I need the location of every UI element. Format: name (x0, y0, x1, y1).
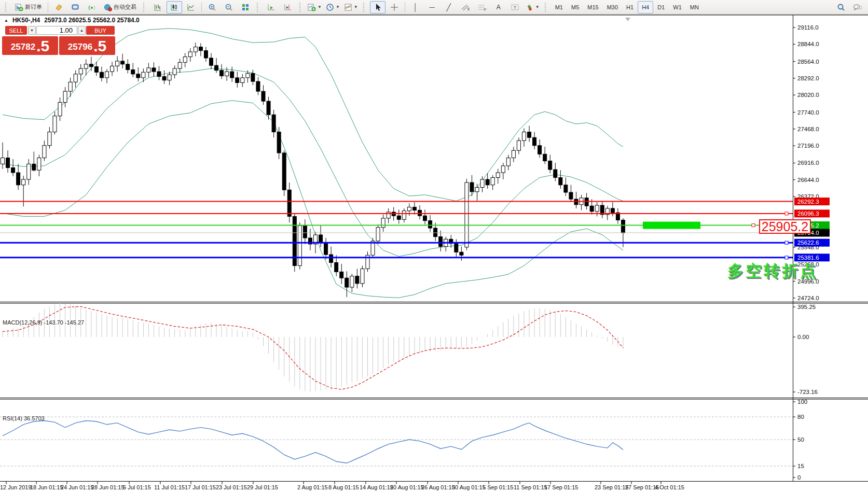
price-axis-tick-label: 28292.0 (797, 75, 819, 81)
timeframe-button-w1[interactable]: W1 (669, 1, 686, 13)
line-endpoint-handle[interactable] (785, 212, 788, 215)
vertical-line-tool-button[interactable]: │ (408, 1, 423, 13)
channel-tool-button[interactable]: E (458, 1, 473, 13)
price-level-tag[interactable]: 25905.2 (759, 219, 811, 234)
line-chart-button[interactable] (183, 1, 199, 13)
price-axis-tick-label: 28564.0 (797, 59, 819, 65)
highlight-bar[interactable] (643, 222, 700, 229)
price-badge-label: 25622.6 (797, 240, 819, 246)
date-axis-label: 20 Aug 01:15 (390, 484, 424, 490)
price-axis-tick-label: 27468.0 (797, 126, 819, 132)
volume-increase-button[interactable]: ▲ (78, 26, 86, 35)
buy-button[interactable]: BUY (86, 26, 115, 35)
indicators-button[interactable]: ▼ (306, 1, 323, 13)
one-click-row: SELL ▼ 1.00 ▲ BUY (1, 26, 116, 35)
price-axis-tick-label: 24724.0 (797, 295, 819, 301)
zoom-in-button[interactable] (204, 1, 220, 13)
timeframe-button-m1[interactable]: M1 (551, 1, 567, 13)
price-axis-tick-label: 26644.0 (797, 177, 819, 183)
toolbar-drag-handle[interactable] (5, 3, 9, 12)
chart-shift-button[interactable] (280, 1, 296, 13)
timeframe-button-h4[interactable]: H4 (638, 1, 653, 13)
tile-windows-icon (241, 3, 250, 11)
chart-symbol-period: HK50-,H4 (12, 17, 40, 24)
sell-button[interactable]: SELL (5, 26, 27, 35)
date-axis-label: 11 Sep 01:15 (514, 484, 547, 490)
date-axis-label: 23 Jul 01:15 (216, 484, 247, 490)
metaeditor-button[interactable] (67, 1, 83, 13)
price-badge-label: 26096.3 (797, 210, 819, 217)
volume-input[interactable]: 1.00 (36, 26, 77, 35)
auto-scroll-icon (267, 3, 275, 11)
sell-price-button[interactable]: 25782 .5 (2, 36, 58, 55)
toolbar-drag-handle[interactable] (363, 3, 367, 12)
sell-price-pip: .5 (36, 38, 49, 54)
timeframe-button-h1[interactable]: H1 (622, 1, 638, 13)
toolbar-drag-handle[interactable] (299, 3, 304, 12)
turning-point-annotation[interactable]: 多空转折点 (727, 260, 818, 282)
fibonacci-tool-button[interactable]: F (474, 1, 490, 13)
horizontal-line-icon: ─ (430, 4, 435, 11)
bar-chart-button[interactable] (150, 1, 166, 13)
timeframe-button-m5[interactable]: M5 (567, 1, 583, 13)
volume-decrease-button[interactable]: ▼ (28, 26, 36, 35)
line-chart-icon (187, 3, 195, 11)
timeframe-button-mn[interactable]: MN (686, 1, 703, 13)
date-axis-label: 5 Jul 01:15 (123, 484, 151, 490)
timeframe-button-d1[interactable]: D1 (653, 1, 669, 13)
timeframe-button-m15[interactable]: M15 (583, 1, 602, 13)
auto-scroll-button[interactable] (264, 1, 279, 13)
search-button[interactable] (833, 1, 849, 13)
eraser-icon (54, 3, 63, 11)
macd-axis-tick-label: -723.16 (797, 389, 818, 395)
rsi-axis-tick-label: 80 (797, 414, 804, 420)
toolbar-drag-handle[interactable] (257, 3, 261, 12)
buy-price-button[interactable]: 25796 .5 (59, 36, 115, 55)
sell-price-main: 25782 (11, 40, 35, 54)
price-tag-anchor[interactable] (752, 224, 755, 227)
autotrading-label: 自动交易 (114, 3, 136, 11)
price-axis-tick-label: 29116.0 (797, 24, 819, 31)
autotrading-button[interactable]: 自动交易 (101, 1, 140, 13)
trendline-tool-button[interactable]: ╱ (441, 1, 457, 13)
candlestick-chart-button[interactable] (167, 1, 182, 13)
toolbar-drag-handle[interactable] (143, 3, 147, 12)
candlestick-chart-icon (170, 3, 178, 11)
collapse-triangle-icon[interactable]: ▲ (4, 18, 8, 23)
templates-icon (344, 3, 352, 11)
chart-background (0, 15, 868, 493)
toolbar-separator (201, 2, 202, 12)
macd-axis-tick-label: 395.25 (797, 304, 816, 310)
chart-canvas[interactable]: MACD(12,26,9) -143.70 -145.27395.250.00-… (0, 15, 868, 493)
line-endpoint-handle[interactable] (785, 241, 788, 244)
signal-button[interactable] (84, 1, 100, 13)
cursor-tool-button[interactable] (370, 1, 385, 13)
macd-label: MACD(12,26,9) -143.70 -145.27 (3, 319, 84, 326)
svg-text:T: T (514, 5, 516, 10)
search-icon (837, 3, 845, 11)
templates-button[interactable]: ▼ (342, 1, 360, 13)
price-axis-tick-label: 27196.0 (797, 143, 819, 149)
text-tool-button[interactable]: A (491, 1, 506, 13)
chart-ohlc-values: 25973.0 26025.5 25562.0 25784.0 (44, 17, 140, 24)
vertical-line-icon: │ (413, 4, 418, 11)
date-axis-label: 27 Sep 01:15 (625, 484, 659, 490)
eraser-button[interactable] (51, 1, 66, 13)
line-endpoint-handle[interactable] (785, 256, 788, 259)
label-tool-button[interactable]: T (507, 1, 523, 13)
arrows-caret: ▼ (535, 5, 540, 9)
new-order-button[interactable]: 新订单 (12, 1, 45, 13)
timeframe-button-m30[interactable]: M30 (603, 1, 622, 13)
zoom-out-button[interactable] (221, 1, 237, 13)
equidistant-channel-icon: E (461, 3, 470, 11)
periods-button[interactable]: ▼ (324, 1, 341, 13)
chat-button[interactable] (850, 1, 865, 13)
arrows-tool-button[interactable]: ▼ (524, 1, 541, 13)
toolbar-drag-handle[interactable] (545, 3, 549, 12)
chart-area[interactable]: MACD(12,26,9) -143.70 -145.27395.250.00-… (0, 15, 868, 493)
date-axis-label: 17 Sep 01:15 (544, 484, 578, 490)
horizontal-line-tool-button[interactable]: ─ (424, 1, 440, 13)
crosshair-tool-button[interactable] (387, 1, 402, 13)
buy-price-pip: .5 (93, 38, 106, 54)
tile-windows-button[interactable] (238, 1, 253, 13)
